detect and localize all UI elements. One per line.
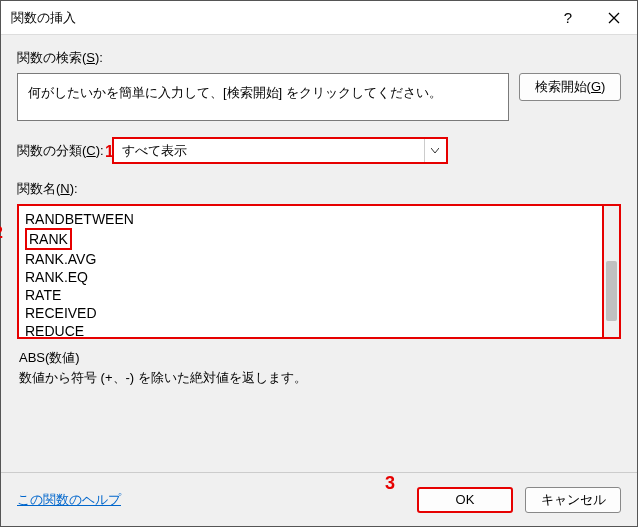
highlight-rank: RANK [25,228,72,250]
search-label: 関数の検索(S): [17,49,621,67]
search-go-button[interactable]: 検索開始(G) [519,73,621,101]
function-list[interactable]: RANDBETWEEN RANK RANK.AVG RANK.EQ RATE R… [17,204,604,339]
chevron-down-icon [424,139,446,162]
close-icon [608,12,620,24]
list-item[interactable]: REDUCE [23,322,598,339]
footer: 3 この関数のヘルプ OK キャンセル [1,472,637,526]
function-signature: ABS(数値) [19,348,619,368]
list-item[interactable]: RANDBETWEEN [23,210,598,228]
category-value: すべて表示 [122,142,187,160]
help-link[interactable]: この関数のヘルプ [17,491,121,509]
list-item[interactable]: RANK.EQ [23,268,598,286]
callout-2: 2 [0,224,3,242]
ok-button[interactable]: OK [417,487,513,513]
close-button[interactable] [591,1,637,35]
scrollbar-track [604,206,619,337]
scrollbar-thumb[interactable] [606,261,617,321]
help-button[interactable]: ? [545,1,591,35]
search-row: 何がしたいかを簡単に入力して、[検索開始] をクリックしてください。 検索開始(… [17,73,621,121]
function-list-wrap: RANDBETWEEN RANK RANK.AVG RANK.EQ RATE R… [17,204,621,339]
callout-3: 3 [385,473,395,494]
category-select[interactable]: すべて表示 [112,137,448,164]
insert-function-dialog: 関数の挿入 ? 関数の検索(S): 何がしたいかを簡単に入力して、[検索開始] … [0,0,638,527]
category-label: 関数の分類(C): [17,142,104,160]
list-item[interactable]: RANK.AVG [23,250,598,268]
cancel-button[interactable]: キャンセル [525,487,621,513]
dialog-body: 関数の検索(S): 何がしたいかを簡単に入力して、[検索開始] をクリックしてく… [1,35,637,472]
search-input[interactable]: 何がしたいかを簡単に入力して、[検索開始] をクリックしてください。 [17,73,509,121]
list-item[interactable]: RATE [23,286,598,304]
titlebar: 関数の挿入 ? [1,1,637,35]
dialog-title: 関数の挿入 [11,9,545,27]
list-item[interactable]: RECEIVED [23,304,598,322]
function-list-scrollbar[interactable] [604,204,621,339]
function-description: 数値から符号 (+、-) を除いた絶対値を返します。 [19,368,619,388]
category-row: 関数の分類(C): すべて表示 [17,137,621,164]
function-preview: ABS(数値) 数値から符号 (+、-) を除いた絶対値を返します。 [17,347,621,389]
function-list-label: 関数名(N): [17,180,621,198]
list-item[interactable]: RANK [23,228,598,250]
